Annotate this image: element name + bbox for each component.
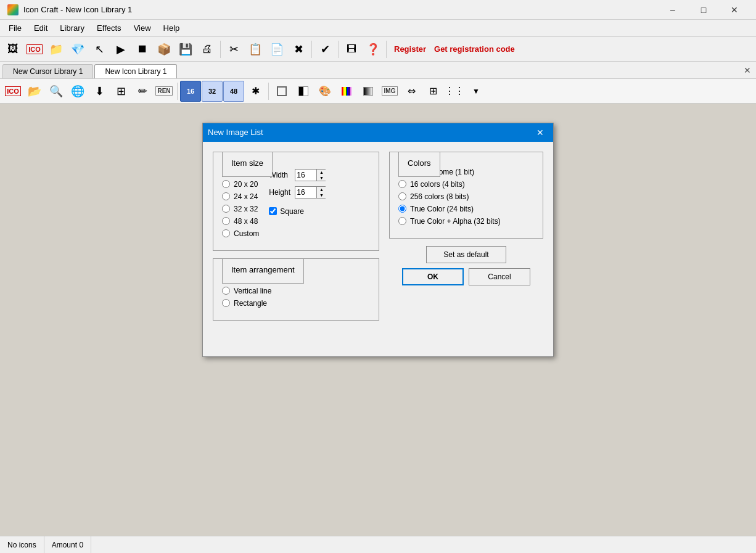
- size-48x48-row: 48 x 48: [222, 217, 259, 226]
- colors-legend: Colors: [398, 152, 440, 177]
- color-4bit-row: 16 colors (4 bits): [398, 180, 534, 189]
- color-32bit-row: True Color + Alpha (32 bits): [398, 217, 534, 226]
- size-20x20-label[interactable]: 20 x 20: [234, 180, 258, 189]
- dialog-left-column: Item size 16 x 16 20 x 20: [213, 152, 379, 321]
- rectangle-label[interactable]: Rectangle: [234, 299, 267, 308]
- height-row: Height ▲ ▼: [269, 186, 326, 199]
- width-input-wrap: ▲ ▼: [295, 169, 326, 181]
- width-down-btn[interactable]: ▼: [317, 175, 326, 181]
- vertical-label[interactable]: Vertical line: [234, 287, 271, 295]
- cancel-button[interactable]: Cancel: [469, 268, 530, 285]
- color-24bit-row: True Color (24 bits): [398, 205, 534, 213]
- arrangement-legend: Item arrangement: [222, 258, 304, 284]
- rectangle-row: Rectangle: [222, 299, 370, 308]
- rectangle-radio[interactable]: [222, 299, 230, 307]
- dialog-title-bar: New Image List ✕: [203, 123, 553, 142]
- vertical-radio[interactable]: [222, 287, 230, 295]
- square-label[interactable]: Square: [280, 207, 304, 216]
- dialog-title: New Image List: [208, 128, 532, 137]
- height-spinners: ▲ ▼: [316, 187, 326, 198]
- size-48x48-radio[interactable]: [222, 217, 230, 225]
- color-24bit-label[interactable]: True Color (24 bits): [410, 205, 474, 213]
- vertical-row: Vertical line: [222, 287, 370, 295]
- width-row: Width ▲ ▼: [269, 169, 326, 181]
- height-label: Height: [269, 188, 291, 197]
- set-default-button[interactable]: Set as default: [426, 246, 506, 263]
- item-size-legend: Item size: [222, 152, 273, 177]
- size-20x20-row: 20 x 20: [222, 180, 259, 189]
- size-custom-radio[interactable]: [222, 229, 230, 237]
- size-custom-row: Custom: [222, 229, 259, 238]
- size-32x32-label[interactable]: 32 x 32: [234, 205, 258, 213]
- color-32bit-radio[interactable]: [398, 217, 406, 225]
- height-up-btn[interactable]: ▲: [317, 187, 326, 192]
- size-24x24-row: 24 x 24: [222, 192, 259, 201]
- width-spinners: ▲ ▼: [316, 170, 326, 181]
- size-custom-label[interactable]: Custom: [234, 229, 259, 238]
- color-4bit-label[interactable]: 16 colors (4 bits): [410, 180, 465, 189]
- dialog-overlay: New Image List ✕ Item size 16 x 16: [0, 0, 756, 553]
- width-input[interactable]: [295, 170, 316, 181]
- width-up-btn[interactable]: ▲: [317, 170, 326, 175]
- size-48x48-label[interactable]: 48 x 48: [234, 217, 258, 226]
- height-down-btn[interactable]: ▼: [317, 192, 326, 198]
- color-32bit-label[interactable]: True Color + Alpha (32 bits): [410, 217, 501, 226]
- size-20x20-radio[interactable]: [222, 180, 230, 188]
- dialog-action-buttons: OK Cancel: [389, 268, 543, 285]
- item-size-group: Item size 16 x 16 20 x 20: [213, 152, 379, 251]
- size-inputs: Width ▲ ▼ Height: [269, 169, 326, 242]
- item-arrangement-group: Item arrangement Horizontal line Vertica…: [213, 258, 379, 321]
- colors-group: Colors Monochrome (1 bit) 16 colors (4 b…: [389, 152, 543, 239]
- dialog-right-column: Colors Monochrome (1 bit) 16 colors (4 b…: [389, 152, 543, 321]
- size-24x24-label[interactable]: 24 x 24: [234, 192, 258, 201]
- color-8bit-radio[interactable]: [398, 192, 406, 200]
- color-8bit-label[interactable]: 256 colors (8 bits): [410, 192, 469, 201]
- size-32x32-radio[interactable]: [222, 205, 230, 213]
- height-input[interactable]: [295, 187, 316, 198]
- color-24bit-radio[interactable]: [398, 205, 406, 213]
- height-input-wrap: ▲ ▼: [295, 186, 326, 199]
- dialog-body: Item size 16 x 16 20 x 20: [203, 142, 553, 330]
- dialog-close-button[interactable]: ✕: [532, 126, 548, 139]
- ok-button[interactable]: OK: [402, 268, 464, 285]
- size-24x24-radio[interactable]: [222, 192, 230, 200]
- square-checkbox[interactable]: [269, 207, 277, 215]
- set-default-container: Set as default: [389, 246, 543, 263]
- square-row: Square: [269, 207, 326, 216]
- size-32x32-row: 32 x 32: [222, 205, 259, 213]
- size-radio-group: 16 x 16 20 x 20 24 x 24: [222, 168, 259, 242]
- color-4bit-radio[interactable]: [398, 180, 406, 188]
- color-8bit-row: 256 colors (8 bits): [398, 192, 534, 201]
- new-image-list-dialog: New Image List ✕ Item size 16 x 16: [202, 123, 554, 357]
